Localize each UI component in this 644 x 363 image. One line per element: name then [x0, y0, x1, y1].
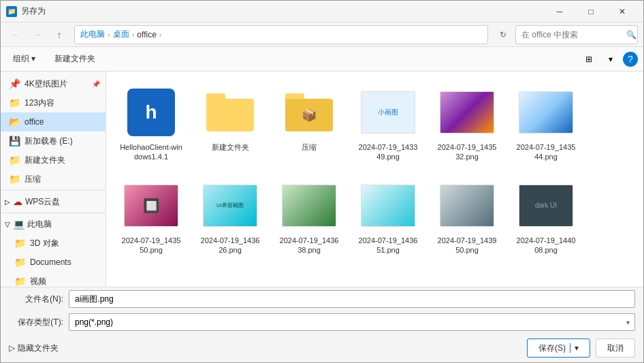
view-dropdown[interactable]: ▾: [601, 50, 620, 69]
cancel-button[interactable]: 取消: [596, 338, 635, 358]
file-name-img1: 2024-07-19_143349.png: [357, 142, 419, 162]
file-icon-img2: [440, 85, 494, 140]
folder-icon-compress: 📁: [9, 174, 20, 185]
forward-button[interactable]: →: [28, 25, 47, 44]
file-item-img7[interactable]: 2024-07-19_143651.png: [354, 176, 422, 258]
expand-icon-pc: ▽: [5, 221, 10, 228]
address-desktop[interactable]: 桌面: [113, 29, 129, 40]
pin-icon: 📌: [92, 80, 100, 88]
folder-icon-video: 📁: [14, 276, 26, 287]
file-item-img2[interactable]: 2024-07-19_143532.png: [433, 82, 501, 165]
file-name-img3: 2024-07-19_143544.png: [515, 142, 577, 162]
folder-icon-123: 📁: [9, 97, 20, 108]
file-icon-newfolder: [203, 85, 257, 140]
file-name-img7: 2024-07-19_143651.png: [357, 236, 419, 255]
title-controls: ─ □ ✕: [544, 1, 638, 22]
save-dropdown-icon[interactable]: ▾: [570, 343, 579, 353]
sidebar-pc-label: 此电脑: [27, 219, 52, 230]
sidebar-label-4k: 4K壁纸图片: [25, 78, 67, 90]
file-grid: h HellohaoClient-windows1.4.1 新建文件夹: [117, 82, 632, 257]
file-area: h HellohaoClient-windows1.4.1 新建文件夹: [106, 72, 643, 287]
file-item-hellohao[interactable]: h HellohaoClient-windows1.4.1: [117, 82, 185, 165]
search-box[interactable]: 🔍: [515, 25, 638, 44]
file-item-img8[interactable]: 2024-07-19_143950.png: [433, 176, 501, 258]
sidebar-label-docs: Documents: [30, 257, 71, 267]
sidebar-item-newdrive[interactable]: 💾 新加载卷 (E:): [1, 131, 106, 151]
organize-button[interactable]: 组织 ▾: [6, 50, 42, 68]
file-icon-img7: [361, 178, 415, 233]
address-bar[interactable]: 此电脑 › 桌面 › office ›: [74, 25, 488, 44]
file-icon-img3: [519, 85, 573, 140]
window: 📁 另存为 ─ □ ✕ ← → ↑ 此电脑 › 桌面 › office › ↻ …: [0, 0, 644, 363]
sidebar-item-docs[interactable]: 📁 Documents: [1, 253, 106, 272]
filetype-select-wrapper: png(*.png) ▾: [69, 313, 635, 331]
folder-icon-4k: 📌: [9, 78, 20, 89]
file-item-img5[interactable]: UI界面截图 2024-07-19_143626.png: [196, 176, 264, 258]
sidebar-label-office: office: [25, 117, 44, 127]
minimize-button[interactable]: ─: [544, 1, 575, 22]
expand-icon: ▷: [9, 343, 15, 353]
file-item-newfolder[interactable]: 新建文件夹: [196, 82, 264, 165]
help-button[interactable]: ?: [623, 52, 638, 67]
up-button[interactable]: ↑: [50, 25, 69, 44]
file-item-img9[interactable]: dark UI 2024-07-19_144008.png: [512, 176, 580, 258]
close-button[interactable]: ✕: [607, 1, 638, 22]
file-item-img6[interactable]: 2024-07-19_143638.png: [275, 176, 343, 258]
filetype-row: 保存类型(T): png(*.png) ▾: [1, 311, 643, 334]
file-icon-compress: 📦: [282, 85, 336, 140]
file-name-img4: 2024-07-19_143550.png: [120, 236, 182, 255]
command-bar: 组织 ▾ 新建文件夹 ⊞ ▾ ?: [1, 47, 643, 72]
sidebar-label-123: 123内容: [25, 97, 54, 109]
file-name-newfolder: 新建文件夹: [212, 142, 249, 152]
sidebar-item-video[interactable]: 📁 视频: [1, 272, 106, 287]
save-label: 保存(S): [538, 343, 566, 354]
folder-icon-docs: 📁: [14, 257, 26, 268]
search-icon[interactable]: 🔍: [626, 30, 637, 40]
search-input[interactable]: [521, 30, 624, 40]
new-folder-button[interactable]: 新建文件夹: [48, 50, 102, 68]
sidebar-pc[interactable]: ▽ 💻 此电脑: [1, 215, 106, 234]
wps-icon: ☁: [13, 196, 22, 207]
sidebar-label-compress: 压缩: [25, 174, 41, 185]
main-content: 📌 4K壁纸图片 📌 📁 123内容 📂 office 💾 新加载卷 (E:) …: [1, 72, 643, 287]
file-name-img2: 2024-07-19_143532.png: [436, 142, 498, 162]
title-bar-left: 📁 另存为: [6, 5, 46, 17]
file-item-compress[interactable]: 📦 压缩: [275, 82, 343, 165]
maximize-button[interactable]: □: [575, 1, 607, 22]
back-button[interactable]: ←: [6, 25, 25, 44]
bottom-area: 文件名(N): 保存类型(T): png(*.png) ▾ ▷ 隐藏文件夹 保存…: [1, 287, 643, 362]
sidebar-item-newfolder[interactable]: 📁 新建文件夹: [1, 151, 106, 170]
folder-icon-new: 📁: [9, 155, 20, 165]
save-button[interactable]: 保存(S) ▾: [527, 338, 590, 358]
sidebar-item-office[interactable]: 📂 office: [1, 112, 106, 131]
sidebar-wps[interactable]: ▷ ☁ WPS云盘: [1, 192, 106, 211]
sidebar: 📌 4K壁纸图片 📌 📁 123内容 📂 office 💾 新加载卷 (E:) …: [1, 72, 106, 287]
sidebar-item-compress[interactable]: 📁 压缩: [1, 170, 106, 189]
sidebar-item-4k[interactable]: 📌 4K壁纸图片 📌: [1, 74, 106, 93]
pc-icon: 💻: [13, 219, 25, 230]
hide-files-button[interactable]: ▷ 隐藏文件夹: [9, 343, 59, 354]
filename-input[interactable]: [69, 290, 635, 308]
drive-icon: 💾: [9, 136, 20, 146]
address-pc[interactable]: 此电脑: [80, 29, 105, 40]
file-name-img5: 2024-07-19_143626.png: [199, 236, 261, 255]
file-name-img6: 2024-07-19_143638.png: [278, 236, 340, 255]
file-icon-img9: dark UI: [519, 178, 573, 233]
sidebar-item-123[interactable]: 📁 123内容: [1, 93, 106, 112]
file-icon-img6: [282, 178, 336, 233]
file-item-img3[interactable]: 2024-07-19_143544.png: [512, 82, 580, 165]
file-item-img4[interactable]: 🔲 2024-07-19_143550.png: [117, 176, 185, 258]
filetype-select[interactable]: png(*.png): [69, 313, 635, 331]
nav-toolbar: ← → ↑ 此电脑 › 桌面 › office › ↻ 🔍: [1, 22, 643, 47]
sidebar-label-video: 视频: [30, 276, 46, 287]
window-title: 另存为: [21, 5, 46, 17]
address-sep1: ›: [108, 31, 110, 39]
sidebar-divider1: [1, 190, 106, 191]
view-button[interactable]: ⊞: [579, 50, 598, 69]
file-item-img1[interactable]: 小画图 2024-07-19_143349.png: [354, 82, 422, 165]
file-icon-hellohao: h: [124, 85, 178, 140]
folder-icon-3d: 📁: [14, 238, 26, 249]
refresh-button[interactable]: ↻: [494, 25, 513, 44]
address-sep3: ›: [159, 31, 162, 39]
sidebar-item-3d[interactable]: 📁 3D 对象: [1, 234, 106, 253]
